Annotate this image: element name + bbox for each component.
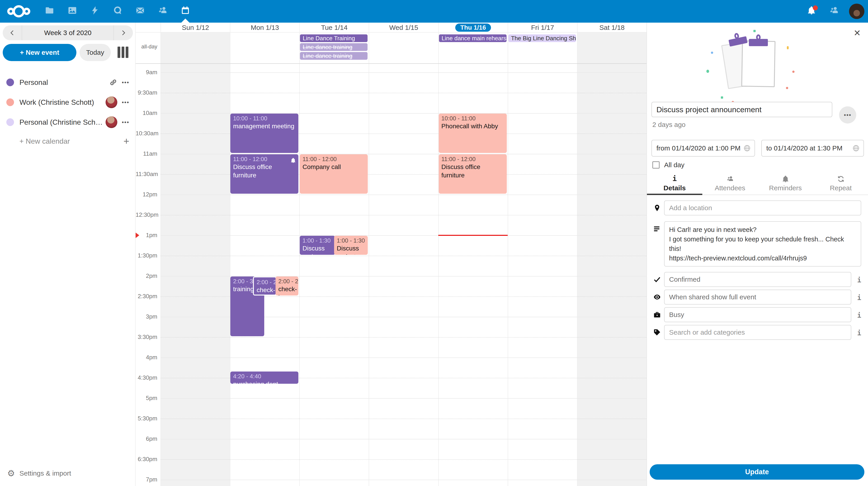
more-actions-icon[interactable]: ••• (122, 79, 129, 86)
clipboard-front-sheet (741, 40, 776, 87)
logo-circle (13, 5, 25, 18)
description-text[interactable]: Hi Carl! are you in next week? I got som… (669, 222, 856, 266)
previous-week-button[interactable] (3, 25, 22, 40)
app-files[interactable] (38, 0, 61, 23)
notifications-button[interactable] (800, 0, 823, 23)
calendar-event[interactable]: 11:00 - 12:00Discuss office furniture (439, 154, 507, 194)
tab-reminders[interactable]: Reminders (758, 172, 813, 195)
info-icon[interactable]: i (857, 276, 861, 284)
calendar-event[interactable]: 11:00 - 12:00Company call (300, 154, 368, 194)
all-day-event[interactable]: Line dance main rehearsal (439, 34, 506, 42)
user-avatar-button[interactable] (845, 0, 868, 23)
calendar-event[interactable]: 2:00 - 2:30check-in (253, 277, 276, 295)
calendar-event[interactable]: 4:20 - 4:40purchasing dept (230, 372, 298, 384)
app-calendar[interactable] (174, 0, 197, 23)
calendar-color-dot (6, 98, 14, 106)
event-title: Discuss office furniture (233, 163, 296, 180)
app-mail[interactable] (129, 0, 151, 23)
location-input[interactable] (669, 204, 856, 212)
start-datetime-field[interactable]: from 01/14/2020 at 1:00 PM (651, 140, 755, 156)
next-week-button[interactable] (114, 25, 133, 40)
calendar-list-item[interactable]: Personal (Christine Scho…••• (0, 112, 135, 132)
contacts-menu-button[interactable] (823, 0, 845, 23)
event-title: Company call (303, 163, 365, 171)
status-field[interactable]: Confirmed (664, 272, 851, 287)
today-button[interactable]: Today (80, 44, 111, 61)
all-day-event[interactable]: Line Dance Training (300, 34, 368, 42)
time-label: 10am (135, 110, 157, 116)
calendar-item-icons: ••• (105, 96, 129, 108)
end-datetime-field[interactable]: to 01/14/2020 at 1:30 PM (761, 140, 864, 156)
all-day-event[interactable]: Line dance training (300, 43, 368, 51)
calendar-event[interactable]: 1:00 - 1:30Discuss project (334, 236, 368, 255)
time-grid: 9am9:30am10am10:30am11am11:30am12pm12:30… (135, 64, 647, 486)
new-calendar-button[interactable]: + New calendar+ (0, 132, 135, 150)
description-field[interactable]: Hi Carl! are you in next week? I got som… (664, 221, 861, 266)
categories-input[interactable] (669, 328, 846, 336)
close-icon[interactable]: ✕ (854, 28, 861, 38)
end-datetime-value: to 01/14/2020 at 1:30 PM (766, 144, 852, 152)
event-time: 2:00 - 2:30 (256, 278, 273, 286)
calendar-icon (181, 6, 190, 17)
info-icon: i (673, 175, 677, 183)
calendar-event[interactable]: 1:00 - 1:30Discuss proj announcem (300, 236, 335, 255)
tab-label: Reminders (769, 184, 802, 192)
calendar-event[interactable]: 11:00 - 12:00Discuss office furniture (230, 154, 298, 194)
week-label[interactable]: Week 3 of 2020 (22, 25, 114, 40)
photos-icon (68, 6, 77, 17)
location-field[interactable] (664, 200, 861, 216)
app-talk[interactable] (106, 0, 129, 23)
all-day-event[interactable]: The Big Line Dancing Show (508, 34, 576, 42)
new-event-button[interactable]: + New event (3, 44, 76, 61)
calendar-event[interactable]: 10:00 - 11:00management meeting (230, 114, 298, 153)
tab-details[interactable]: iDetails (647, 172, 702, 195)
gear-icon: ⚙ (7, 468, 15, 478)
day-header-sun: Sun 1/12 (160, 23, 230, 33)
info-icon[interactable]: i (857, 329, 861, 337)
check-icon (653, 276, 662, 285)
time-label: 7pm (135, 476, 157, 483)
calendar-list-item[interactable]: Personal••• (0, 73, 135, 92)
event-actions-menu-button[interactable]: ••• (839, 106, 856, 123)
calendar-sidebar: Week 3 of 2020 + New event Today Persona… (0, 23, 135, 486)
more-actions-icon[interactable]: ••• (122, 119, 129, 126)
column-border (508, 64, 508, 486)
all-day-event[interactable]: Line dance training (300, 52, 368, 60)
share-link-icon[interactable] (109, 78, 117, 86)
notification-badge (813, 5, 818, 10)
event-title-input[interactable] (651, 102, 832, 117)
app-photos[interactable] (61, 0, 84, 23)
contacts-icon (158, 6, 167, 17)
event-time: 4:20 - 4:40 (233, 372, 296, 380)
view-switcher-icon[interactable] (118, 47, 129, 58)
time-label: 5pm (135, 395, 157, 402)
visibility-field[interactable]: When shared show full event (664, 290, 851, 305)
calendar-event[interactable]: 2:00 - 2:30check-in (276, 277, 298, 295)
nextcloud-logo-icon[interactable] (7, 0, 30, 23)
categories-row: i (653, 325, 861, 340)
event-illustration (715, 35, 800, 94)
app-contacts[interactable] (151, 0, 174, 23)
grid-line (160, 480, 647, 480)
calendar-list-item[interactable]: Work (Christine Schott)••• (0, 92, 135, 112)
calendar-name: Personal (Christine Scho… (20, 118, 105, 126)
tab-attendees[interactable]: Attendees (702, 172, 758, 195)
update-button[interactable]: Update (650, 464, 864, 480)
app-activity[interactable] (84, 0, 106, 23)
all-day-toggle[interactable]: All day (652, 161, 684, 169)
day-header-wed: Wed 1/15 (369, 23, 438, 33)
all-day-checkbox[interactable] (652, 161, 659, 169)
time-label: 4:30pm (135, 374, 157, 381)
freebusy-field[interactable]: Busy (664, 307, 851, 322)
info-icon[interactable]: i (857, 311, 861, 319)
day-header-mon: Mon 1/13 (230, 23, 299, 33)
grid-line (160, 235, 647, 236)
avatar (849, 4, 864, 19)
column-border (369, 33, 369, 63)
info-icon[interactable]: i (857, 294, 861, 302)
more-actions-icon[interactable]: ••• (122, 99, 129, 106)
categories-field[interactable] (664, 325, 851, 340)
settings-and-import-button[interactable]: ⚙ Settings & import (0, 465, 135, 482)
tab-repeat[interactable]: Repeat (813, 172, 868, 195)
calendar-event[interactable]: 10:00 - 11:00Phonecall with Abby (439, 114, 507, 153)
